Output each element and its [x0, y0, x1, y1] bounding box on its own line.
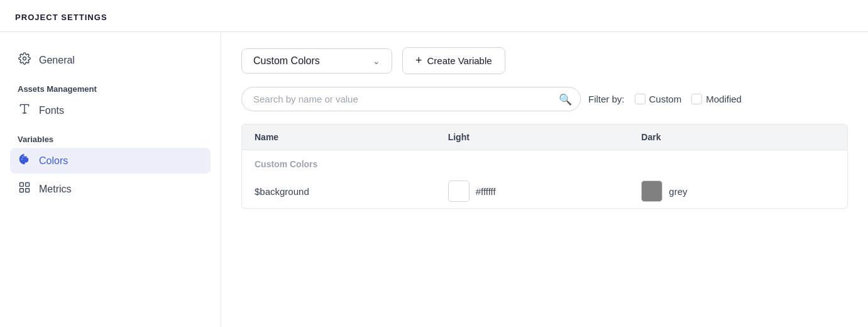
gear-icon — [18, 52, 31, 68]
filter-custom-checkbox[interactable] — [635, 94, 646, 104]
search-input[interactable] — [241, 87, 581, 111]
main-layout: General Assets Management Fonts — [0, 32, 868, 327]
dropdown-label: Custom Colors — [253, 55, 320, 67]
filter-area: Filter by: Custom Modified — [588, 94, 742, 104]
page-title: PROJECT SETTINGS — [15, 13, 107, 22]
var-name-background: $background — [255, 186, 448, 197]
svg-point-0 — [23, 57, 26, 60]
filter-modified-checkbox[interactable] — [691, 94, 702, 104]
sidebar-item-general[interactable]: General — [10, 47, 211, 73]
filter-modified-item: Modified — [691, 94, 742, 104]
sidebar-item-general-label: General — [39, 55, 75, 66]
sidebar-item-metrics-label: Metrics — [39, 184, 72, 195]
svg-rect-5 — [26, 183, 30, 187]
svg-rect-3 — [20, 183, 24, 187]
create-variable-label: Create Variable — [427, 55, 492, 66]
fonts-icon — [18, 103, 31, 118]
sidebar-item-fonts[interactable]: Fonts — [10, 97, 211, 123]
header: PROJECT SETTINGS — [0, 0, 868, 32]
sidebar: General Assets Management Fonts — [0, 32, 221, 327]
filter-custom-label: Custom — [649, 94, 682, 104]
colors-table: Name Light Dark Custom Colors $backgroun… — [241, 124, 848, 209]
filter-custom-item: Custom — [635, 94, 682, 104]
collection-dropdown[interactable]: Custom Colors ⌄ — [241, 48, 392, 74]
sidebar-section-assets: Assets Management — [10, 78, 211, 97]
content-area: Custom Colors ⌄ + Create Variable 🔍 Filt… — [221, 32, 868, 327]
sidebar-item-colors-label: Colors — [39, 155, 68, 167]
palette-icon — [18, 153, 31, 169]
dark-color-swatch[interactable] — [641, 180, 662, 202]
metrics-icon — [18, 181, 31, 197]
light-color-value: #ffffff — [476, 186, 496, 197]
col-name-header: Name — [255, 132, 448, 142]
top-bar: Custom Colors ⌄ + Create Variable — [241, 47, 848, 74]
search-input-wrap: 🔍 — [241, 87, 581, 111]
plus-icon: + — [415, 54, 422, 67]
svg-rect-6 — [26, 189, 30, 192]
search-icon: 🔍 — [559, 92, 572, 106]
create-variable-button[interactable]: + Create Variable — [402, 47, 505, 74]
filter-modified-label: Modified — [706, 94, 742, 104]
col-dark-header: Dark — [641, 132, 835, 142]
col-light-header: Light — [448, 132, 642, 142]
filter-label: Filter by: — [588, 94, 625, 104]
sidebar-item-colors[interactable]: Colors — [10, 148, 211, 174]
sidebar-item-fonts-label: Fonts — [39, 105, 64, 116]
table-section-custom-colors: Custom Colors — [241, 150, 848, 174]
dark-color-cell: grey — [641, 180, 835, 202]
chevron-down-icon: ⌄ — [373, 56, 380, 66]
page-container: PROJECT SETTINGS General Assets Manageme… — [0, 0, 868, 327]
light-color-cell: #ffffff — [448, 180, 642, 202]
light-color-swatch[interactable] — [448, 180, 470, 202]
search-bar: 🔍 Filter by: Custom Modified — [241, 87, 848, 111]
sidebar-item-metrics[interactable]: Metrics — [10, 176, 211, 202]
sidebar-section-variables: Variables — [10, 128, 211, 148]
svg-rect-4 — [20, 189, 24, 192]
table-header: Name Light Dark — [241, 124, 848, 150]
dark-color-value: grey — [669, 186, 687, 197]
table-row[interactable]: $background #ffffff grey — [241, 174, 848, 209]
